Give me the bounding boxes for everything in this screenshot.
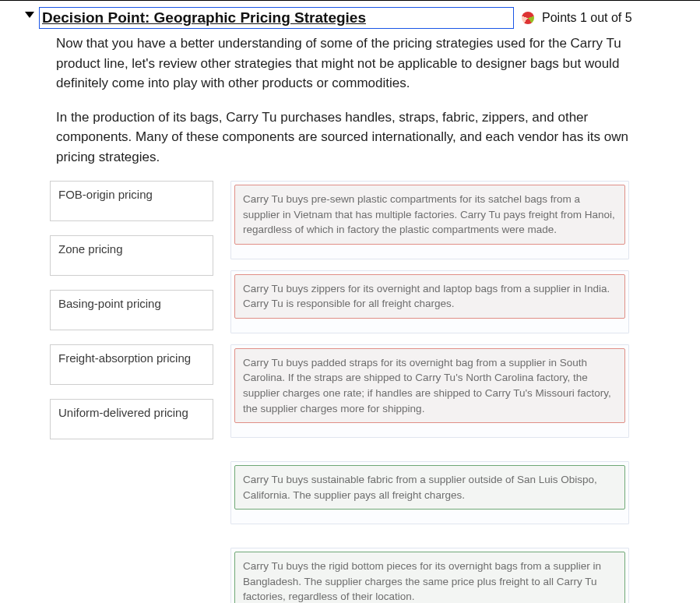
- term-zone[interactable]: Zone pricing: [50, 235, 213, 276]
- term-uniform-delivered[interactable]: Uniform-delivered pricing: [50, 399, 213, 439]
- question-title-link[interactable]: Decision Point: Geographic Pricing Strat…: [39, 7, 514, 29]
- collapse-toggle-icon[interactable]: [25, 12, 34, 18]
- term-fob-origin[interactable]: FOB-origin pricing: [50, 181, 213, 221]
- question-body: Now that you have a better understanding…: [56, 34, 663, 167]
- scenario-card-3[interactable]: Carry Tu buys padded straps for its over…: [234, 348, 625, 423]
- scenario-card-5[interactable]: Carry Tu buys the rigid bottom pieces fo…: [234, 552, 625, 603]
- points-label: Points 1 out of 5: [542, 11, 632, 25]
- term-basing-point[interactable]: Basing-point pricing: [50, 290, 213, 330]
- score-pie-icon: [522, 12, 534, 24]
- intro-paragraph-2: In the production of its bags, Carry Tu …: [56, 108, 663, 168]
- scenario-card-4[interactable]: Carry Tu buys sustainable fabric from a …: [234, 465, 625, 510]
- drop-slot-1[interactable]: Carry Tu buys pre-sewn plastic compartme…: [230, 181, 629, 259]
- term-freight-absorption[interactable]: Freight-absorption pricing: [50, 344, 213, 385]
- term-list: FOB-origin pricing Zone pricing Basing-p…: [50, 181, 213, 439]
- matching-exercise: FOB-origin pricing Zone pricing Basing-p…: [50, 181, 686, 603]
- drop-target-list: Carry Tu buys pre-sewn plastic compartme…: [230, 181, 629, 603]
- scenario-card-1[interactable]: Carry Tu buys pre-sewn plastic compartme…: [234, 185, 625, 245]
- intro-paragraph-1: Now that you have a better understanding…: [56, 34, 663, 93]
- drop-slot-5[interactable]: Carry Tu buys the rigid bottom pieces fo…: [230, 548, 629, 603]
- drop-slot-3[interactable]: Carry Tu buys padded straps for its over…: [230, 344, 629, 438]
- drop-slot-2[interactable]: Carry Tu buys zippers for its overnight …: [230, 270, 629, 333]
- drop-slot-4[interactable]: Carry Tu buys sustainable fabric from a …: [230, 461, 629, 524]
- scenario-card-2[interactable]: Carry Tu buys zippers for its overnight …: [234, 274, 625, 319]
